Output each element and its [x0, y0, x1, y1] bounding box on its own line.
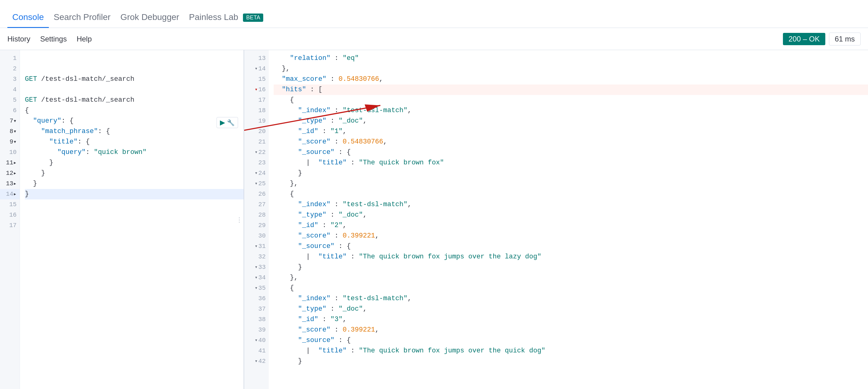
out-code-23: | "title" : "The quick brown fox" — [274, 158, 868, 168]
out-ln-37: 37 — [244, 304, 269, 314]
run-button[interactable]: ▶ 🔧 — [217, 117, 238, 128]
out-code-38: "_id" : "3", — [274, 314, 868, 325]
line-num-10: 10 — [0, 147, 20, 158]
line-num-9: 9▾ — [0, 137, 20, 147]
line-num-14: 14▸ — [0, 189, 20, 200]
line-num-11: 11▸ — [0, 158, 20, 168]
settings-button[interactable]: Settings — [40, 35, 67, 43]
help-button[interactable]: Help — [76, 35, 92, 43]
code-line-12: } — [25, 168, 244, 179]
out-ln-41: 41 — [244, 346, 269, 356]
out-ln-15: 15 — [244, 74, 269, 85]
out-ln-36: 36 — [244, 294, 269, 304]
out-ln-17: 17 — [244, 95, 269, 106]
out-code-22: "_source" : { — [274, 147, 868, 158]
out-code-30: "_score" : 0.399221, — [274, 231, 868, 241]
out-code-17: { — [274, 95, 868, 106]
out-code-18: "_index" : "test-dsl-match", — [274, 106, 868, 116]
code-line-5: GET /test-dsl-match/_search — [25, 95, 244, 106]
code-line-17 — [25, 220, 244, 231]
line-num-13: 13▸ — [0, 179, 20, 189]
out-code-28: "_type" : "_doc", — [274, 210, 868, 220]
line-num-1: 1 — [0, 53, 20, 64]
main-area: 1 2 3 4 5 6 7▾ 8▾ 9▾ 10 11▸ 12▸ 13▸ 14▸ … — [0, 50, 868, 389]
beta-badge: BETA — [243, 13, 263, 22]
out-code-19: "_type" : "_doc", — [274, 116, 868, 126]
code-editor[interactable]: GET /test-dsl-match/_search GET /test-ds… — [20, 50, 244, 389]
out-code-15: "max_score" : 0.54830766, — [274, 74, 868, 85]
code-line-1 — [25, 53, 244, 64]
code-line-8: "match_phrase": { — [25, 126, 244, 137]
line-num-6: 6 — [0, 106, 20, 116]
out-ln-23: 23 — [244, 158, 269, 168]
out-code-34: }, — [274, 273, 868, 283]
out-ln-29: 29 — [244, 220, 269, 231]
history-button[interactable]: History — [7, 35, 30, 43]
out-ln-19: 19 — [244, 116, 269, 126]
out-code-42: } — [274, 356, 868, 366]
out-ln-16: ▾16 — [244, 85, 269, 95]
code-line-11: } — [25, 158, 244, 168]
out-ln-21: 21 — [244, 137, 269, 147]
status-badge: 200 – OK — [783, 33, 825, 45]
editor-pane[interactable]: 1 2 3 4 5 6 7▾ 8▾ 9▾ 10 11▸ 12▸ 13▸ 14▸ … — [0, 50, 244, 389]
out-code-25: }, — [274, 179, 868, 189]
output-pane: 13 ▾14 15 ▾16 17 18 19 20 21 ▾22 23 ▾24 … — [244, 50, 868, 389]
out-ln-42: ▾42 — [244, 356, 269, 366]
line-num-8: 8▾ — [0, 126, 20, 137]
line-num-5: 5 — [0, 95, 20, 106]
out-ln-34: ▾34 — [244, 273, 269, 283]
out-ln-18: 18 — [244, 106, 269, 116]
code-line-2 — [25, 64, 244, 74]
out-ln-31: ▾31 — [244, 241, 269, 252]
out-code-33: } — [274, 262, 868, 273]
out-ln-32: 32 — [244, 252, 269, 262]
out-code-35: { — [274, 283, 868, 294]
line-num-17: 17 — [0, 220, 20, 231]
secondary-toolbar: History Settings Help 200 – OK 61 ms — [0, 28, 868, 50]
line-num-15: 15 — [0, 200, 20, 210]
out-ln-13: 13 — [244, 53, 269, 64]
code-line-4 — [25, 85, 244, 95]
line-num-4: 4 — [0, 85, 20, 95]
out-code-32: | "title" : "The quick brown fox jumps o… — [274, 252, 868, 262]
code-line-14: } — [25, 189, 244, 200]
out-code-14: }, — [274, 64, 868, 74]
line-num-7: 7▾ — [0, 116, 20, 126]
time-badge: 61 ms — [829, 33, 861, 46]
editor-content: 1 2 3 4 5 6 7▾ 8▾ 9▾ 10 11▸ 12▸ 13▸ 14▸ … — [0, 50, 244, 389]
out-code-31: "_source" : { — [274, 241, 868, 252]
out-ln-26: 26 — [244, 189, 269, 200]
code-line-9: "title": { — [25, 137, 244, 147]
play-icon: ▶ — [220, 119, 225, 127]
out-code-16: "hits" : [ — [274, 85, 868, 95]
wrench-icon: 🔧 — [227, 119, 235, 126]
out-ln-30: 30 — [244, 231, 269, 241]
line-num-12: 12▸ — [0, 168, 20, 179]
tab-grok-debugger[interactable]: Grok Debugger — [116, 12, 184, 28]
out-code-39: "_score" : 0.399221, — [274, 325, 868, 335]
out-code-13: "relation" : "eq" — [274, 53, 868, 64]
out-ln-28: 28 — [244, 210, 269, 220]
out-code-20: "_id" : "1", — [274, 126, 868, 137]
out-ln-33: ▾33 — [244, 262, 269, 273]
code-line-3: GET /test-dsl-match/_search — [25, 74, 244, 85]
out-code-40: "_source" : { — [274, 335, 868, 346]
tab-search-profiler[interactable]: Search Profiler — [49, 12, 116, 28]
top-nav: Console Search Profiler Grok Debugger Pa… — [0, 0, 868, 28]
out-code-26: { — [274, 189, 868, 200]
divider-handle[interactable]: ⋮ — [236, 216, 242, 223]
code-line-6: { — [25, 106, 244, 116]
code-line-15 — [25, 200, 244, 210]
run-button-area: ▶ 🔧 — [217, 117, 238, 128]
out-ln-38: 38 — [244, 314, 269, 325]
output-line-numbers: 13 ▾14 15 ▾16 17 18 19 20 21 ▾22 23 ▾24 … — [244, 50, 269, 389]
out-code-36: "_index" : "test-dsl-match", — [274, 294, 868, 304]
tab-console[interactable]: Console — [7, 12, 49, 28]
line-num-16: 16 — [0, 210, 20, 220]
tab-painless-lab[interactable]: Painless Lab BETA — [184, 12, 268, 28]
out-ln-35: ▾35 — [244, 283, 269, 294]
out-code-29: "_id" : "2", — [274, 220, 868, 231]
editor-line-numbers: 1 2 3 4 5 6 7▾ 8▾ 9▾ 10 11▸ 12▸ 13▸ 14▸ … — [0, 50, 20, 389]
out-code-24: } — [274, 168, 868, 179]
